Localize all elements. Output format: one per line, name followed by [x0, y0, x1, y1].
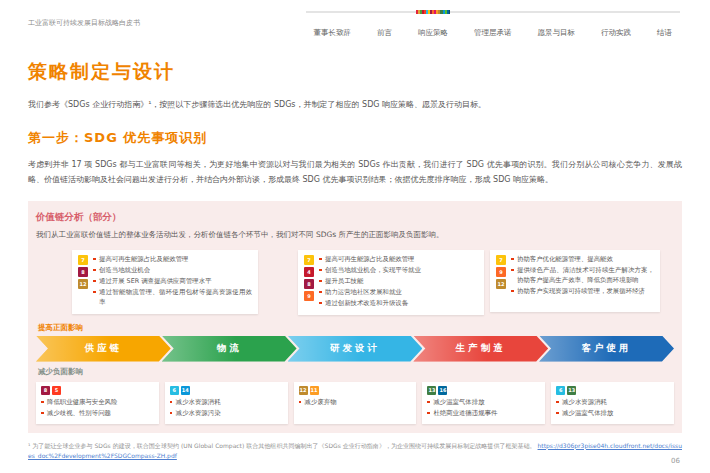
value-chain-arrows: 供应链 物流 研发设计 生产制造 客户使用 — [36, 336, 674, 362]
top-nav: 董事长致辞 前言 响应策略 管理层承诺 愿景与目标 行动实践 结语 — [314, 8, 673, 39]
bullet-item: 提升员工技能 — [319, 277, 421, 287]
footnote-text: ¹ 为了能让全球企业参与 SDGs 的建设，联合国全球契约 (UN Global… — [28, 442, 536, 449]
sdg-icon-column: 7 8 12 — [78, 255, 88, 289]
step1-heading: 第一步：SDG 优先事项识别 — [28, 129, 682, 147]
sdg-6-icon: 6 — [556, 386, 565, 395]
sdg-9-icon: 9 — [496, 267, 506, 277]
negative-impact-box-customer-use: 6 13 减少水资源消耗 减少温室气体排放 — [551, 382, 674, 424]
top-bar: 工业富联可持续发展目标战略白皮书 董事长致辞 前言 响应策略 管理层承诺 愿景与… — [0, 0, 710, 39]
nav-item-action-practice[interactable]: 行动实践 — [601, 20, 631, 39]
bullet-item: 减少水资源消耗 — [170, 398, 283, 408]
sdg-12-icon: 12 — [78, 279, 88, 289]
stage-logistics: 物流 — [162, 336, 297, 362]
stage-supply-chain: 供应链 — [36, 336, 171, 362]
sdg-6-icon: 6 — [170, 386, 179, 395]
bullet-list: 提高可再生能源占比及能效管理 创造当地就业机会 通过开展 SER 调查提高供应商… — [93, 255, 252, 309]
sdg-16-icon: 16 — [438, 386, 447, 395]
positive-impact-box-rd-manufacturing: 7 4 8 9 提高可再生能源占比及能效管理 创造当地就业机会，实现平等就业 提… — [298, 250, 484, 315]
bullet-item: 通过开展 SER 调查提高供应商管理水平 — [93, 277, 252, 287]
bullet-item: 助力运营地社区发展和就业 — [319, 288, 421, 298]
nav-label: 前言 — [377, 28, 392, 37]
positive-impact-box-supply-logistics: 7 8 12 提高可再生能源占比及能效管理 创造当地就业机会 通过开展 SER … — [72, 250, 258, 314]
sdg-icon-column: 7 9 12 — [496, 255, 506, 289]
nav-label: 管理层承诺 — [474, 28, 512, 37]
value-chain-panel: 价值链分析（部分） 我们从工业富联价值链上的整体业务活动出发，分析价值链各个环节… — [28, 201, 682, 433]
nav-item-management-commitment[interactable]: 管理层承诺 — [474, 20, 512, 39]
nav-label: 响应策略 — [418, 28, 448, 37]
value-chain-subtitle: 我们从工业富联价值链上的整体业务活动出发，分析价值链各个环节中，我们对不同 SD… — [36, 230, 674, 240]
nav-label: 愿景与目标 — [538, 28, 576, 37]
value-chain-title: 价值链分析（部分） — [36, 211, 674, 224]
bullet-list: 减少废弃物 — [299, 398, 412, 408]
sdg-13-icon: 13 — [567, 386, 576, 395]
stage-label: 研发设计 — [330, 342, 380, 355]
bullet-item: 减少水资源污染 — [170, 409, 283, 419]
stage-manufacturing: 生产制造 — [413, 336, 548, 362]
sdg-icon-row: 13 16 — [427, 386, 540, 395]
sdg-13-icon: 13 — [427, 386, 436, 395]
sdg-icon-row: 8 5 — [41, 386, 154, 395]
sdg-7-icon: 7 — [496, 255, 506, 265]
sdg-8-icon: 8 — [41, 386, 50, 395]
sdg-7-icon: 7 — [304, 255, 314, 265]
bullet-item: 减少温室气体排放 — [427, 398, 540, 408]
sdg-icon-row: 6 13 — [556, 386, 669, 395]
bullet-item: 减少废弃物 — [299, 398, 412, 408]
sdg-icon-row: 6 14 — [170, 386, 283, 395]
sdg-gradient-bar — [416, 10, 450, 14]
positive-impact-box-customer-use: 7 9 12 协助客户优化能源管理、提高能效 提供绿色产品、清洁技术可持续生产解… — [490, 250, 660, 312]
nav-item-response-strategy[interactable]: 响应策略 — [418, 20, 448, 39]
page-number: 06 — [671, 457, 680, 465]
bullet-list: 减少水资源消耗 减少温室气体排放 — [556, 398, 669, 419]
positive-impact-label: 提高正面影响 — [38, 323, 674, 333]
bullet-list: 协助客户优化能源管理、提高能效 提供绿色产品、清洁技术可持续生产解决方案，协助客… — [511, 255, 654, 298]
bullet-item: 协助客户实现资源可持续管理，发展循环经济 — [511, 287, 654, 297]
bullet-item: 提高可再生能源占比及能效管理 — [319, 255, 421, 265]
sdg-icon-column: 7 4 8 9 — [304, 255, 314, 301]
stage-label: 物流 — [217, 342, 242, 355]
nav-item-preface[interactable]: 前言 — [377, 20, 392, 39]
whitepaper-page: 工业富联可持续发展目标战略白皮书 董事长致辞 前言 响应策略 管理层承诺 愿景与… — [0, 0, 710, 473]
negative-impact-label: 减少负面影响 — [38, 367, 674, 377]
bullet-item: 创造当地就业机会 — [93, 266, 252, 276]
sdg-4-icon: 4 — [304, 267, 314, 277]
nav-item-vision-goals[interactable]: 愿景与目标 — [538, 20, 576, 39]
negative-impact-box-manufacturing: 13 16 减少温室气体排放 杜绝商业道德违规事件 — [422, 382, 545, 424]
sdg-8-icon: 8 — [304, 279, 314, 289]
bullet-item: 减少歧视、性别等问题 — [41, 409, 154, 419]
negative-impact-row: 8 5 降低职业健康与安全风险 减少歧视、性别等问题 6 14 减少水资源消耗 … — [36, 382, 674, 424]
sdg-14-icon: 14 — [181, 386, 190, 395]
sdg-icon-row: 12 11 — [299, 386, 412, 395]
nav-item-conclusion[interactable]: 结语 — [657, 20, 672, 39]
nav-label: 行动实践 — [601, 28, 631, 37]
nav-item-chairman-message[interactable]: 董事长致辞 — [314, 20, 352, 39]
nav-label: 董事长致辞 — [314, 28, 352, 37]
negative-impact-box-supply-chain: 8 5 降低职业健康与安全风险 减少歧视、性别等问题 — [36, 382, 159, 424]
sdg-12-icon: 12 — [496, 279, 506, 289]
sdg-7-icon: 7 — [78, 255, 88, 265]
bullet-item: 杜绝商业道德违规事件 — [427, 409, 540, 419]
bullet-item: 减少水资源消耗 — [556, 398, 669, 408]
positive-impact-row: 7 8 12 提高可再生能源占比及能效管理 创造当地就业机会 通过开展 SER … — [72, 250, 674, 315]
document-title: 工业富联可持续发展目标战略白皮书 — [28, 8, 140, 28]
bullet-item: 通过智能物流管理、循环使用包材等提高资源使用效率 — [93, 288, 252, 308]
step1-paragraph: 考虑到并非 17 项 SDGs 都与工业富联同等相关，为更好地集中资源以对与我们… — [28, 157, 682, 187]
nav-label: 结语 — [657, 28, 672, 37]
sdg-9-icon: 9 — [304, 291, 314, 301]
footnote: ¹ 为了能让全球企业参与 SDGs 的建设，联合国全球契约 (UN Global… — [28, 441, 682, 461]
sdg-5-icon: 5 — [52, 386, 61, 395]
bullet-list: 减少水资源消耗 减少水资源污染 — [170, 398, 283, 419]
bullet-item: 提高可再生能源占比及能效管理 — [93, 255, 252, 265]
negative-impact-box-rd-design: 12 11 减少废弃物 — [294, 382, 417, 424]
stage-customer-use: 客户使用 — [539, 336, 674, 362]
stage-label: 客户使用 — [582, 342, 632, 355]
bullet-item: 通过创新技术改造和升级设备 — [319, 299, 421, 309]
negative-impact-box-logistics: 6 14 减少水资源消耗 减少水资源污染 — [165, 382, 288, 424]
sdg-8-icon: 8 — [78, 267, 88, 277]
bullet-item: 提供绿色产品、清洁技术可持续生产解决方案，协助客户提高生产效率、降低负面环境影响 — [511, 266, 654, 286]
bullet-list: 降低职业健康与安全风险 减少歧视、性别等问题 — [41, 398, 154, 419]
bullet-item: 创造当地就业机会，实现平等就业 — [319, 266, 421, 276]
sdg-11-icon: 11 — [310, 386, 319, 395]
bullet-item: 协助客户优化能源管理、提高能效 — [511, 255, 654, 265]
page-title: 策略制定与设计 — [28, 59, 682, 85]
